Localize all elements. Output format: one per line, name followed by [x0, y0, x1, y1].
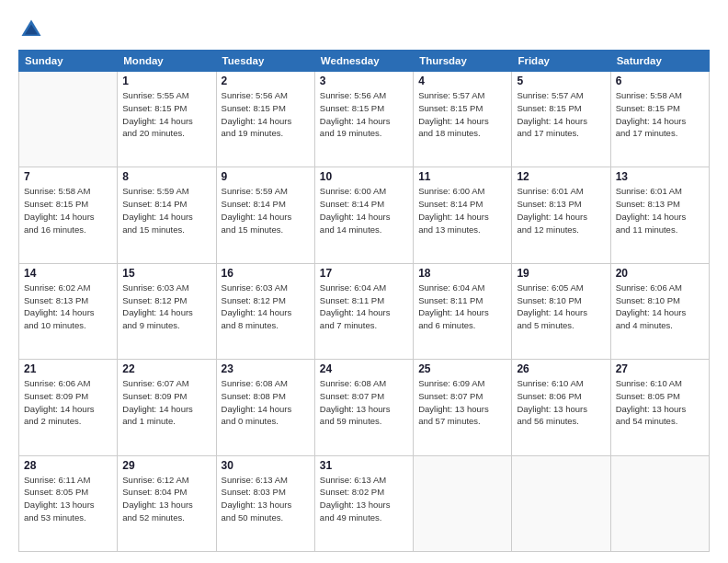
calendar-cell: 26Sunrise: 6:10 AM Sunset: 8:06 PM Dayli… [512, 360, 610, 455]
day-number: 29 [122, 459, 210, 472]
day-info: Sunrise: 6:04 AM Sunset: 8:11 PM Dayligh… [418, 282, 506, 332]
calendar-cell: 7Sunrise: 5:58 AM Sunset: 8:15 PM Daylig… [19, 167, 118, 263]
calendar-cell: 17Sunrise: 6:04 AM Sunset: 8:11 PM Dayli… [314, 263, 413, 359]
calendar-cell: 29Sunrise: 6:12 AM Sunset: 8:04 PM Dayli… [118, 455, 216, 551]
calendar-cell: 9Sunrise: 5:59 AM Sunset: 8:14 PM Daylig… [216, 167, 314, 263]
day-number: 24 [320, 362, 408, 375]
day-info: Sunrise: 6:13 AM Sunset: 8:03 PM Dayligh… [222, 474, 310, 524]
day-number: 26 [517, 362, 605, 375]
day-number: 6 [616, 75, 704, 87]
day-number: 16 [222, 267, 310, 280]
calendar-cell: 20Sunrise: 6:06 AM Sunset: 8:10 PM Dayli… [610, 263, 709, 359]
calendar-cell [414, 455, 512, 551]
calendar-cell: 21Sunrise: 6:06 AM Sunset: 8:09 PM Dayli… [19, 360, 118, 455]
day-info: Sunrise: 6:00 AM Sunset: 8:14 PM Dayligh… [418, 185, 506, 236]
calendar-cell [610, 455, 709, 551]
day-info: Sunrise: 5:57 AM Sunset: 8:15 PM Dayligh… [517, 89, 605, 140]
day-info: Sunrise: 6:01 AM Sunset: 8:13 PM Dayligh… [517, 185, 605, 236]
calendar-cell: 14Sunrise: 6:02 AM Sunset: 8:13 PM Dayli… [19, 263, 118, 359]
calendar-cell: 8Sunrise: 5:59 AM Sunset: 8:14 PM Daylig… [118, 167, 216, 263]
day-number: 4 [418, 75, 506, 87]
day-number: 3 [320, 75, 408, 87]
calendar-cell: 25Sunrise: 6:09 AM Sunset: 8:07 PM Dayli… [414, 360, 512, 455]
calendar-cell [19, 72, 118, 167]
day-info: Sunrise: 5:55 AM Sunset: 8:15 PM Dayligh… [122, 89, 210, 140]
calendar-cell: 12Sunrise: 6:01 AM Sunset: 8:13 PM Dayli… [512, 167, 610, 263]
calendar-cell: 16Sunrise: 6:03 AM Sunset: 8:12 PM Dayli… [216, 263, 314, 359]
day-info: Sunrise: 6:08 AM Sunset: 8:08 PM Dayligh… [222, 377, 310, 428]
day-info: Sunrise: 6:01 AM Sunset: 8:13 PM Dayligh… [616, 185, 704, 236]
day-number: 5 [517, 75, 605, 87]
calendar-cell: 13Sunrise: 6:01 AM Sunset: 8:13 PM Dayli… [610, 167, 709, 263]
day-number: 30 [222, 459, 310, 472]
day-info: Sunrise: 5:56 AM Sunset: 8:15 PM Dayligh… [320, 89, 408, 140]
day-info: Sunrise: 6:03 AM Sunset: 8:12 PM Dayligh… [222, 282, 310, 332]
day-number: 13 [616, 170, 704, 183]
day-number: 27 [616, 362, 704, 375]
day-number: 12 [517, 170, 605, 183]
day-number: 14 [24, 267, 112, 280]
calendar-cell: 24Sunrise: 6:08 AM Sunset: 8:07 PM Dayli… [314, 360, 413, 455]
day-number: 8 [122, 170, 210, 183]
calendar-day-header: Wednesday [314, 51, 413, 72]
calendar-table: SundayMondayTuesdayWednesdayThursdayFrid… [18, 50, 710, 552]
calendar-cell: 28Sunrise: 6:11 AM Sunset: 8:05 PM Dayli… [19, 455, 118, 551]
calendar-cell: 2Sunrise: 5:56 AM Sunset: 8:15 PM Daylig… [216, 72, 314, 167]
calendar-cell: 18Sunrise: 6:04 AM Sunset: 8:11 PM Dayli… [414, 263, 512, 359]
calendar-cell: 10Sunrise: 6:00 AM Sunset: 8:14 PM Dayli… [314, 167, 413, 263]
calendar-week-row: 7Sunrise: 5:58 AM Sunset: 8:15 PM Daylig… [19, 167, 710, 263]
page: SundayMondayTuesdayWednesdayThursdayFrid… [0, 0, 728, 563]
day-info: Sunrise: 6:00 AM Sunset: 8:14 PM Dayligh… [320, 185, 408, 236]
calendar-day-header: Friday [512, 51, 610, 72]
calendar-day-header: Saturday [610, 51, 709, 72]
calendar-cell: 5Sunrise: 5:57 AM Sunset: 8:15 PM Daylig… [512, 72, 610, 167]
calendar-cell: 6Sunrise: 5:58 AM Sunset: 8:15 PM Daylig… [610, 72, 709, 167]
day-number: 28 [24, 459, 112, 472]
logo-icon [18, 17, 44, 42]
logo [18, 17, 48, 42]
day-info: Sunrise: 6:08 AM Sunset: 8:07 PM Dayligh… [320, 377, 408, 428]
day-info: Sunrise: 6:09 AM Sunset: 8:07 PM Dayligh… [418, 377, 506, 428]
header [18, 17, 710, 42]
calendar-cell: 3Sunrise: 5:56 AM Sunset: 8:15 PM Daylig… [314, 72, 413, 167]
day-number: 7 [24, 170, 112, 183]
day-info: Sunrise: 5:57 AM Sunset: 8:15 PM Dayligh… [418, 89, 506, 140]
calendar-cell: 11Sunrise: 6:00 AM Sunset: 8:14 PM Dayli… [414, 167, 512, 263]
calendar-cell: 31Sunrise: 6:13 AM Sunset: 8:02 PM Dayli… [314, 455, 413, 551]
day-info: Sunrise: 6:11 AM Sunset: 8:05 PM Dayligh… [24, 474, 112, 524]
calendar-week-row: 21Sunrise: 6:06 AM Sunset: 8:09 PM Dayli… [19, 360, 710, 455]
day-number: 31 [320, 459, 408, 472]
calendar-week-row: 28Sunrise: 6:11 AM Sunset: 8:05 PM Dayli… [19, 455, 710, 551]
day-info: Sunrise: 5:58 AM Sunset: 8:15 PM Dayligh… [24, 185, 112, 236]
calendar-cell: 30Sunrise: 6:13 AM Sunset: 8:03 PM Dayli… [216, 455, 314, 551]
day-info: Sunrise: 6:06 AM Sunset: 8:09 PM Dayligh… [24, 377, 112, 428]
day-number: 18 [418, 267, 506, 280]
calendar-day-header: Thursday [414, 51, 512, 72]
day-info: Sunrise: 6:07 AM Sunset: 8:09 PM Dayligh… [122, 377, 210, 428]
day-number: 22 [122, 362, 210, 375]
calendar-day-header: Tuesday [216, 51, 314, 72]
day-number: 17 [320, 267, 408, 280]
day-number: 15 [122, 267, 210, 280]
calendar-week-row: 1Sunrise: 5:55 AM Sunset: 8:15 PM Daylig… [19, 72, 710, 167]
calendar-week-row: 14Sunrise: 6:02 AM Sunset: 8:13 PM Dayli… [19, 263, 710, 359]
calendar-day-header: Monday [118, 51, 216, 72]
day-info: Sunrise: 6:03 AM Sunset: 8:12 PM Dayligh… [122, 282, 210, 332]
calendar-cell: 23Sunrise: 6:08 AM Sunset: 8:08 PM Dayli… [216, 360, 314, 455]
day-info: Sunrise: 6:02 AM Sunset: 8:13 PM Dayligh… [24, 282, 112, 332]
day-info: Sunrise: 5:56 AM Sunset: 8:15 PM Dayligh… [222, 89, 310, 140]
day-info: Sunrise: 6:04 AM Sunset: 8:11 PM Dayligh… [320, 282, 408, 332]
calendar-header-row: SundayMondayTuesdayWednesdayThursdayFrid… [19, 51, 710, 72]
day-number: 9 [222, 170, 310, 183]
day-number: 2 [222, 75, 310, 87]
calendar-cell: 4Sunrise: 5:57 AM Sunset: 8:15 PM Daylig… [414, 72, 512, 167]
day-info: Sunrise: 6:10 AM Sunset: 8:05 PM Dayligh… [616, 377, 704, 428]
calendar-cell [512, 455, 610, 551]
day-info: Sunrise: 6:13 AM Sunset: 8:02 PM Dayligh… [320, 474, 408, 524]
day-info: Sunrise: 6:12 AM Sunset: 8:04 PM Dayligh… [122, 474, 210, 524]
calendar-body: 1Sunrise: 5:55 AM Sunset: 8:15 PM Daylig… [19, 72, 710, 552]
day-info: Sunrise: 5:59 AM Sunset: 8:14 PM Dayligh… [122, 185, 210, 236]
calendar-cell: 15Sunrise: 6:03 AM Sunset: 8:12 PM Dayli… [118, 263, 216, 359]
calendar-day-header: Sunday [19, 51, 118, 72]
day-number: 20 [616, 267, 704, 280]
